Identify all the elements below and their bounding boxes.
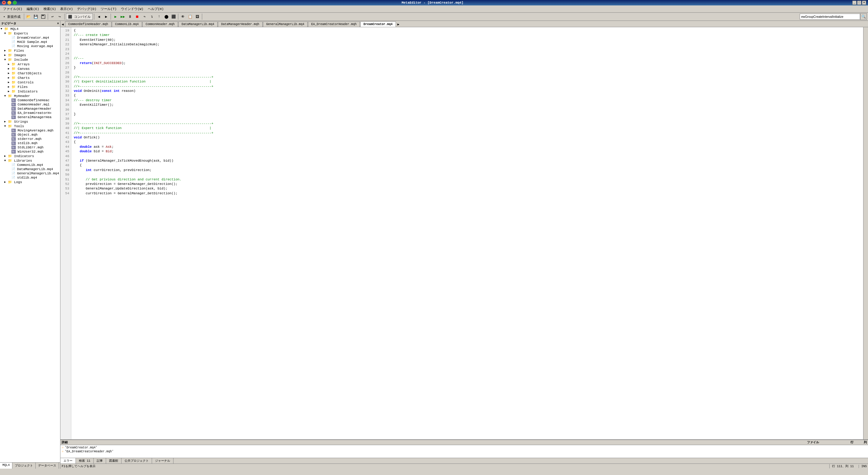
tree-item[interactable]: h· MovingAverages.mqh: [0, 128, 60, 133]
menu-help[interactable]: ヘルプ(H): [146, 6, 166, 12]
tree-item[interactable]: 📄 Moving Average.mq4: [0, 44, 60, 49]
menu-edit[interactable]: 編集(E): [25, 6, 41, 12]
editor-tab-6[interactable]: EA_DreamCreatorHeader.mqh: [308, 22, 360, 27]
tree-item[interactable]: ▶📁 Images: [0, 53, 60, 57]
run-button[interactable]: ▶: [112, 13, 119, 20]
step-out-button[interactable]: ↑: [156, 13, 162, 20]
search-input[interactable]: [800, 13, 860, 20]
menu-window[interactable]: ウインドウ(W): [119, 6, 145, 12]
tree-item[interactable]: ▶📁 Arrays: [0, 62, 60, 66]
tree-item[interactable]: h· DataManagerHeader: [0, 107, 60, 111]
menu-search[interactable]: 検索(S): [42, 6, 58, 12]
editor-tab-0[interactable]: CommonDefineHeader.mqh: [65, 22, 112, 27]
tree-item[interactable]: ▼📁 Include: [0, 57, 60, 62]
tree-item[interactable]: h· stdlib.mqh: [0, 141, 60, 145]
tree-item[interactable]: 📄 GeneralManagerLib.mq4: [0, 171, 60, 176]
bottom-tab-3[interactable]: 図書館: [106, 458, 122, 464]
bottom-tab-0[interactable]: エラー: [60, 458, 76, 464]
sidebar-tabs: MQL4 プロジェクト データベース: [0, 462, 60, 469]
save-all-button[interactable]: [40, 13, 46, 20]
tree-item[interactable]: h· CommonHeader.mql: [0, 102, 60, 107]
win-minimize[interactable]: _: [852, 1, 857, 5]
sidebar-tab-project[interactable]: プロジェクト: [12, 463, 36, 469]
code-line: [74, 70, 861, 75]
line-number: 20: [62, 33, 69, 37]
editor-tab-5[interactable]: GeneralManagerLib.mq4: [263, 22, 308, 27]
image-button[interactable]: 🖼: [194, 13, 201, 20]
editor-tab-3[interactable]: DataManagerLib.mq4: [178, 22, 218, 27]
bottom-tab-2[interactable]: 記事: [94, 458, 106, 464]
breakpoint-button[interactable]: ⬤: [163, 13, 169, 20]
editor-tab-4[interactable]: DataManagerHeader.mqh: [218, 22, 262, 27]
menu-file[interactable]: ファイル(E): [1, 6, 24, 12]
editor-tab-1[interactable]: CommonLib.mq4: [112, 22, 142, 27]
tree-item[interactable]: ▶📁 Indicators: [0, 154, 60, 158]
undo-button[interactable]: ↩: [49, 13, 56, 20]
redo-button[interactable]: ↪: [57, 13, 63, 20]
tree-item[interactable]: ▶📁 Indicators: [0, 89, 60, 94]
tree-item[interactable]: ▶📁 Logs: [0, 180, 60, 184]
editor-tab-7[interactable]: DreamCreator.mq4: [360, 22, 396, 27]
tree-item[interactable]: 📄 DreamCreator.mq4: [0, 36, 60, 40]
tree-item[interactable]: h· GeneralManagerHea: [0, 115, 60, 119]
open-button[interactable]: 📂: [25, 13, 32, 20]
locals-button[interactable]: 📋: [187, 13, 193, 20]
win-maximize[interactable]: □: [857, 1, 861, 5]
save-button[interactable]: 💾: [33, 13, 39, 20]
tree-item[interactable]: ▶📁 Controls: [0, 80, 60, 85]
sidebar-tab-mql4[interactable]: MQL4: [0, 463, 12, 469]
step-into-button[interactable]: ↴: [148, 13, 155, 20]
tree-item[interactable]: h· WinUser32.mqh: [0, 150, 60, 154]
bottom-tab-4[interactable]: 公共プロジェクト: [122, 458, 152, 464]
minimize-btn[interactable]: _: [7, 1, 11, 5]
tree-item[interactable]: ▼📁 Libraries: [0, 158, 60, 163]
tree-item[interactable]: ▶📁 ChartObjects: [0, 71, 60, 75]
tree-item[interactable]: h· StdLibErr.mqh: [0, 145, 60, 150]
tree-item[interactable]: h· CommonDefineHeac: [0, 98, 60, 102]
vertical-scrollbar[interactable]: [863, 27, 868, 439]
tree-item[interactable]: h· EA_DreamCreatorH«: [0, 111, 60, 115]
close-btn[interactable]: ×: [2, 1, 6, 5]
tree-item[interactable]: 📄 DataManagerLib.mq4: [0, 167, 60, 171]
search-go-button[interactable]: 🔍: [860, 13, 867, 20]
step-over-button[interactable]: ↷: [141, 13, 148, 20]
pause-button[interactable]: ⏸: [127, 13, 133, 20]
tree-item[interactable]: h· stderror.mqh: [0, 137, 60, 141]
tree-item[interactable]: 📄 MACD Sample.mq4: [0, 40, 60, 44]
sidebar-close-icon[interactable]: ×: [57, 22, 59, 25]
win-close[interactable]: ×: [862, 1, 866, 5]
tree-item[interactable]: ▼📁 MyHeader: [0, 94, 60, 98]
tree-item[interactable]: ▼📁 Tools: [0, 124, 60, 128]
tree-item[interactable]: ▶📁 Canvas: [0, 66, 60, 71]
menu-tools[interactable]: ツール(T): [99, 6, 119, 12]
compile-button[interactable]: ⬛ コンパイル: [66, 13, 93, 20]
tree-item[interactable]: 📄 CommonLib.mq4: [0, 163, 60, 167]
watch-button[interactable]: 👁: [180, 13, 186, 20]
tree-item[interactable]: ▶📁 Charts: [0, 75, 60, 80]
menu-view[interactable]: 表示(V): [58, 6, 75, 12]
tree-item[interactable]: ▶📁 Strings: [0, 119, 60, 124]
bottom-tab-1[interactable]: 検索 11: [76, 458, 94, 464]
code-editor[interactable]: {//--- create timer EventSetTimer(60); G…: [71, 27, 863, 439]
tree-item[interactable]: ▼📁 MQL4: [0, 27, 60, 31]
tree-item[interactable]: ▶📁 Files: [0, 49, 60, 53]
tree-item[interactable]: ▼📁 Experts: [0, 31, 60, 36]
tree-item[interactable]: h· Object.mqh: [0, 133, 60, 137]
back-button[interactable]: ◀: [95, 13, 102, 20]
toolbar: ✦ ✦ 新規作成新規作成 📂 💾 ↩ ↪ ⬛ コンパイル ◀ ▶ ▶ ▶▶ ⏸ …: [0, 13, 868, 21]
forward-button[interactable]: ▶: [103, 13, 110, 20]
new-button[interactable]: ✦ ✦ 新規作成新規作成: [1, 13, 23, 20]
bottom-content: ○'DreamCreator.mq4'○'EA_DreamCreatorHead…: [60, 445, 868, 458]
stop-button[interactable]: ⏹: [134, 13, 141, 20]
tab-scroll-right[interactable]: ▶: [396, 22, 401, 27]
menu-debug[interactable]: デバッグ(D): [75, 6, 98, 12]
tree-item[interactable]: ▶📁 Files: [0, 85, 60, 89]
breakpoint2-button[interactable]: ⬛: [170, 13, 177, 20]
tree-item[interactable]: 📄 stdlib.mq4: [0, 176, 60, 180]
bottom-tab-5[interactable]: ジャーナル: [152, 458, 174, 464]
sidebar-tab-database[interactable]: データベース: [36, 463, 59, 469]
tab-scroll-left[interactable]: ◀: [60, 22, 65, 27]
editor-tab-2[interactable]: CommonHeader.mqh: [142, 22, 178, 27]
maximize-btn[interactable]: □: [13, 1, 17, 5]
play-button[interactable]: ▶▶: [119, 13, 126, 20]
